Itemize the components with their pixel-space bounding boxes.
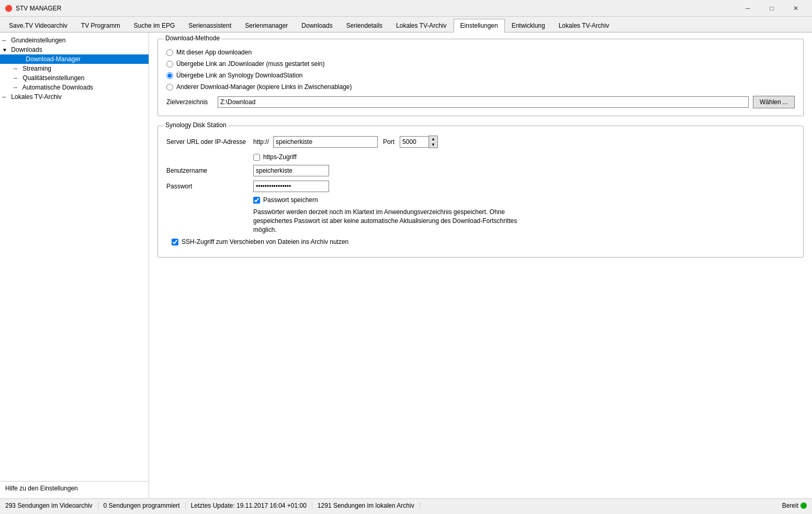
zielverzeichnis-label: Zielverzeichnis [166,98,213,106]
tab-serienmanager[interactable]: Serienmanager [238,19,295,32]
expand-icon: ─ [2,38,8,43]
sidebar-item-downloads[interactable]: ▼ Downloads [0,45,149,54]
sidebar-item-lokales-archiv[interactable]: ─ Lokales TV-Archiv [0,92,149,102]
sidebar-item-download-manager[interactable]: Download-Manager [0,54,149,64]
ready-indicator: Bereit [782,502,807,509]
maximize-button[interactable]: □ [760,0,784,17]
radio-label-1: Mit dieser App downloaden [176,49,252,56]
sidebar-label: Grundeinstellungen [11,37,65,44]
sidebar-label: Download-Manager [26,55,81,63]
passwort-save-label: Passwort speichern [263,196,318,204]
port-up-button[interactable]: ▲ [429,136,437,142]
tab-einstellungen[interactable]: Einstellungen [454,19,505,32]
spinner-buttons: ▲ ▼ [428,136,438,148]
https-row: https-Zugriff [253,153,795,161]
sidebar-label: Streaming [22,65,51,72]
port-label: Port [383,138,394,146]
tab-tv-programm[interactable]: TV Programm [74,19,127,32]
proto-label: http:// [253,138,269,146]
port-input[interactable] [400,136,428,148]
ssh-checkbox[interactable] [172,239,178,245]
main-area: ─ Grundeinstellungen ▼ Downloads Downloa… [0,32,812,498]
radio-label-4: Anderer Download-Manager (kopiere Links … [176,83,352,91]
minimize-button[interactable]: ─ [736,0,760,17]
tab-serienassistent[interactable]: Serienassistent [182,19,238,32]
tab-entwicklung[interactable]: Entwicklung [505,19,552,32]
status-archiv: 1291 Sendungen im lokalen Archiv [312,502,420,509]
sidebar-item-streaming[interactable]: ─ Streaming [0,64,149,73]
download-method-title: Download-Methode [163,35,222,42]
titlebar: 🔴 STV MANAGER ─ □ ✕ [0,0,812,17]
server-label: Server URL oder IP-Adresse [166,138,250,146]
radio-label-3: Übergebe Link an Synology DownloadStatio… [176,72,303,79]
radio-row-4: Anderer Download-Manager (kopiere Links … [166,83,795,91]
https-label: https-Zugriff [263,153,297,161]
waehlen-button[interactable]: Wählen ... [753,96,795,108]
port-down-button[interactable]: ▼ [429,142,437,148]
app-title: STV MANAGER [16,5,736,12]
tab-suche-epg[interactable]: Suche im EPG [127,19,182,32]
close-button[interactable]: ✕ [784,0,808,17]
https-checkbox[interactable] [253,154,260,161]
status-sendungen: 293 Sendungen im Videoarchiv [5,502,98,509]
radio-jdownloader[interactable] [166,61,173,68]
status-update: Letztes Update: 19.11.2017 16:04 +01:00 [186,502,312,509]
passwort-row: Passwort [166,181,795,192]
tab-save-tv[interactable]: Save.TV Videoarchiv [2,19,74,32]
ready-label: Bereit [782,502,798,509]
titlebar-controls: ─ □ ✕ [736,0,808,17]
passwort-input[interactable] [253,181,329,192]
ssh-row: SSH-Zugriff zum Verschieben von Dateien … [172,238,795,245]
sidebar-item-auto-downloads[interactable]: ─ Automatische Downloads [0,83,149,92]
zielverzeichnis-input[interactable] [218,96,749,108]
tab-lokales-tv-1[interactable]: Lokales TV-Archiv [389,19,454,32]
expand-icon: ▼ [2,47,8,53]
info-text: Passwörter werden derzeit noch im Klarte… [253,208,541,234]
sidebar: ─ Grundeinstellungen ▼ Downloads Downloa… [0,32,149,498]
benutzername-row: Benutzername [166,165,795,176]
expand-icon: ─ [14,66,20,72]
synology-title: Synology Disk Station [163,121,229,129]
expand-icon: ─ [14,75,20,81]
settings-tree: ─ Grundeinstellungen ▼ Downloads Downloa… [0,36,149,481]
passwort-save-row: Passwort speichern [253,196,795,204]
expand-icon: ─ [2,94,8,100]
zielverzeichnis-row: Zielverzeichnis Wählen ... [166,96,795,108]
tab-seriendetails[interactable]: Seriendetails [340,19,389,32]
tabbar: Save.TV Videoarchiv TV Programm Suche im… [0,17,812,32]
statusbar: 293 Sendungen im Videoarchiv 0 Sendungen… [0,498,812,512]
server-input[interactable] [273,136,378,148]
sidebar-item-grundeinstellungen[interactable]: ─ Grundeinstellungen [0,36,149,45]
radio-row-1: Mit dieser App downloaden [166,49,795,56]
radio-row-3: Übergebe Link an Synology DownloadStatio… [166,72,795,79]
server-row: Server URL oder IP-Adresse http:// Port … [166,136,795,148]
help-link[interactable]: Hilfe zu den Einstellungen [0,481,149,495]
sidebar-item-qualitaet[interactable]: ─ Qualitätseinstellungen [0,73,149,83]
port-spinner: ▲ ▼ [400,136,438,148]
benutzername-input[interactable] [253,165,329,176]
passwort-label: Passwort [166,183,250,190]
ssh-label: SSH-Zugriff zum Verschieben von Dateien … [182,238,348,245]
passwort-save-checkbox[interactable] [253,197,260,204]
content-panel: Download-Methode Mit dieser App download… [149,32,812,498]
radio-synology[interactable] [166,72,173,79]
status-dot [800,502,807,509]
sidebar-label: Downloads [11,46,42,53]
synology-group: Synology Disk Station Server URL oder IP… [157,126,804,258]
help-label: Hilfe zu den Einstellungen [5,485,78,492]
tab-downloads[interactable]: Downloads [295,19,339,32]
benutzername-label: Benutzername [166,167,250,174]
status-programmiert: 0 Sendungen programmiert [98,502,186,509]
download-method-group: Download-Methode Mit dieser App download… [157,39,804,116]
expand-icon: ─ [14,85,20,91]
sidebar-label: Qualitätseinstellungen [22,74,84,82]
radio-row-2: Übergebe Link an JDownloader (muss gesta… [166,60,795,68]
app-icon: 🔴 [4,4,13,13]
sidebar-label: Lokales TV-Archiv [11,93,62,100]
sidebar-label: Automatische Downloads [22,84,93,91]
radio-other[interactable] [166,84,173,91]
tab-lokales-tv-2[interactable]: Lokales TV-Archiv [552,19,616,32]
radio-app[interactable] [166,49,173,56]
radio-label-2: Übergebe Link an JDownloader (muss gesta… [176,60,324,68]
